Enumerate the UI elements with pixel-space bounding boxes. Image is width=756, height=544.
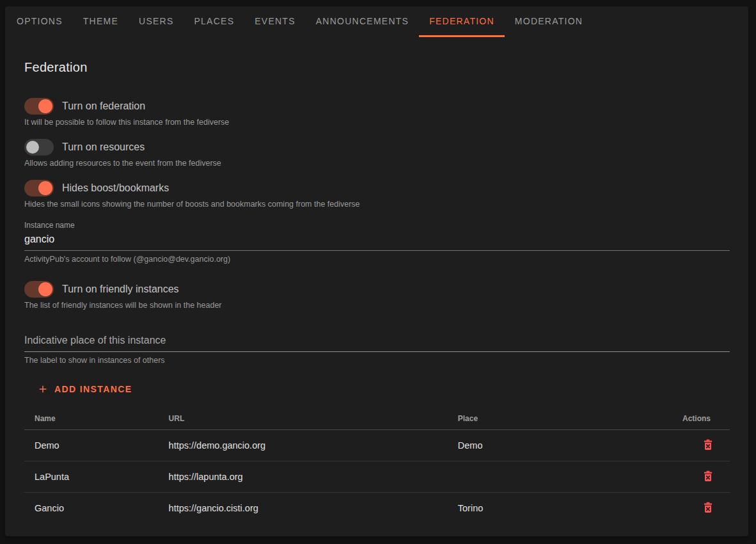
- resources-toggle-label[interactable]: Turn on resources: [62, 141, 145, 153]
- table-row: LaPunta https://lapunta.org: [24, 461, 730, 493]
- trash-delete-icon: [702, 470, 714, 484]
- instance-name-input[interactable]: [24, 230, 730, 251]
- federation-toggle[interactable]: [24, 98, 54, 115]
- setting-turn-on-resources: Turn on resources Allows adding resource…: [24, 139, 730, 168]
- tab-moderation[interactable]: MODERATION: [505, 6, 593, 37]
- tab-options[interactable]: OPTIONS: [6, 6, 73, 37]
- resources-toggle-hint: Allows adding resources to the event fro…: [24, 159, 730, 168]
- admin-tabbar: OPTIONS THEME USERS PLACES EVENTS ANNOUN…: [5, 6, 748, 37]
- instance-name-cell: Gancio: [24, 493, 159, 524]
- instance-name-hint: ActivityPub's account to follow (@gancio…: [24, 255, 730, 264]
- instance-place-cell: [448, 461, 649, 493]
- tab-places[interactable]: PLACES: [184, 6, 245, 37]
- delete-instance-button[interactable]: [700, 500, 716, 517]
- plus-icon: [37, 383, 49, 395]
- tab-federation[interactable]: FEDERATION: [419, 6, 505, 37]
- friendly-instances-toggle[interactable]: [24, 281, 54, 298]
- table-row: Gancio https://gancio.cisti.org Torino: [24, 493, 730, 524]
- instance-name-cell: Demo: [24, 430, 159, 461]
- instance-place-cell: Demo: [448, 430, 649, 461]
- delete-instance-button[interactable]: [700, 468, 716, 486]
- setting-friendly-instances: Turn on friendly instances The list of f…: [24, 281, 730, 310]
- table-row: Demo https://demo.gancio.org Demo: [24, 430, 730, 461]
- hide-boosts-toggle-thumb: [38, 181, 52, 195]
- tab-users[interactable]: USERS: [129, 6, 184, 37]
- instance-name-cell: LaPunta: [24, 461, 159, 493]
- column-header-name: Name: [24, 408, 159, 430]
- delete-instance-button[interactable]: [700, 437, 716, 454]
- tab-announcements[interactable]: ANNOUNCEMENTS: [306, 6, 419, 37]
- federation-toggle-label[interactable]: Turn on federation: [62, 100, 145, 112]
- table-header-row: Name URL Place Actions: [24, 408, 730, 430]
- add-instance-button[interactable]: ADD INSTANCE: [32, 381, 138, 397]
- add-instance-button-label: ADD INSTANCE: [54, 384, 132, 394]
- tab-events[interactable]: EVENTS: [244, 6, 306, 37]
- hide-boosts-toggle-label[interactable]: Hides boost/bookmarks: [62, 182, 169, 194]
- instance-url-cell: https://gancio.cisti.org: [159, 493, 448, 524]
- hide-boosts-toggle-hint: Hides the small icons showing the number…: [24, 200, 730, 209]
- instance-place-hint: The label to show in instances of others: [24, 356, 730, 365]
- instance-place-cell: Torino: [448, 493, 649, 524]
- instance-name-label: Instance name: [24, 221, 730, 230]
- column-header-url: URL: [159, 408, 448, 430]
- admin-settings-card: OPTIONS THEME USERS PLACES EVENTS ANNOUN…: [5, 6, 748, 536]
- instance-url-cell: https://lapunta.org: [159, 461, 448, 493]
- federation-settings-panel: Federation Turn on federation It will be…: [5, 37, 748, 524]
- resources-toggle[interactable]: [24, 139, 54, 156]
- trash-delete-icon: [702, 438, 714, 453]
- resources-toggle-thumb: [26, 141, 39, 154]
- column-header-place: Place: [448, 408, 649, 430]
- instance-place-input[interactable]: [24, 333, 730, 352]
- column-header-actions: Actions: [649, 408, 730, 430]
- instance-name-field-group: Instance name ActivityPub's account to f…: [24, 221, 730, 264]
- setting-turn-on-federation: Turn on federation It will be possible t…: [24, 98, 730, 127]
- instances-table: Name URL Place Actions Demo https://demo…: [24, 408, 730, 524]
- friendly-instances-toggle-label[interactable]: Turn on friendly instances: [62, 284, 179, 295]
- hide-boosts-toggle[interactable]: [24, 180, 54, 196]
- federation-toggle-hint: It will be possible to follow this insta…: [24, 118, 730, 127]
- friendly-instances-toggle-hint: The list of friendly instances will be s…: [24, 301, 730, 310]
- page-title: Federation: [24, 60, 730, 75]
- setting-hide-boosts: Hides boost/bookmarks Hides the small ic…: [24, 180, 730, 209]
- instance-place-field-group: The label to show in instances of others: [24, 333, 730, 365]
- tab-theme[interactable]: THEME: [73, 6, 129, 37]
- federation-toggle-thumb: [38, 99, 52, 113]
- friendly-instances-toggle-thumb: [38, 282, 52, 296]
- trash-delete-icon: [702, 501, 714, 516]
- instance-url-cell: https://demo.gancio.org: [159, 430, 448, 461]
